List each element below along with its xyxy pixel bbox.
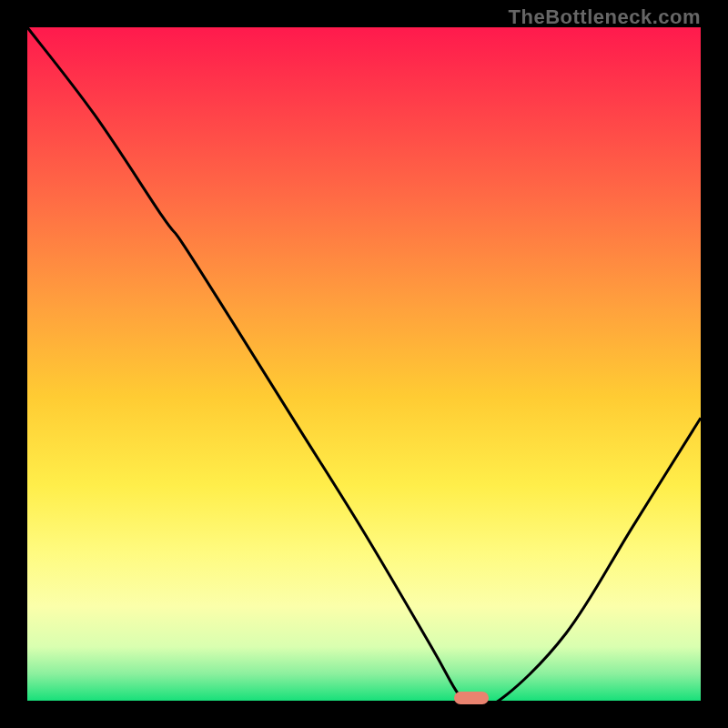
- attribution-text: TheBottleneck.com: [509, 5, 701, 29]
- chart-container: TheBottleneck.com: [0, 0, 728, 728]
- curve-path: [27, 27, 701, 706]
- plot-area: [27, 27, 701, 701]
- bottleneck-curve: [27, 27, 701, 701]
- optimal-marker: [454, 692, 489, 704]
